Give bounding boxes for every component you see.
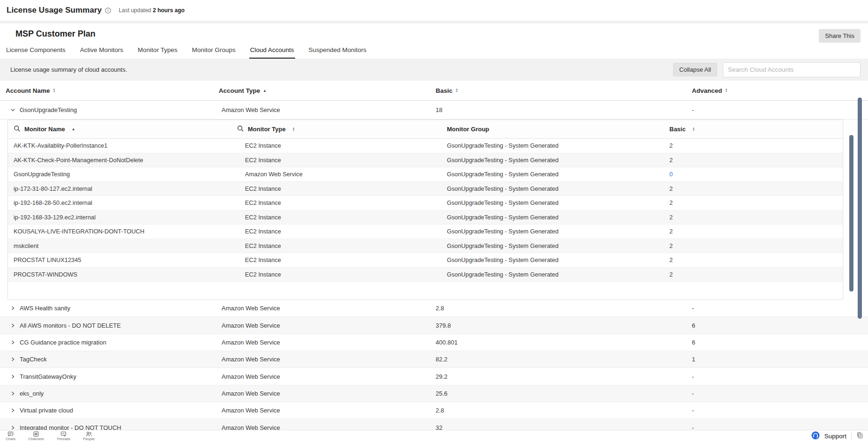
column-header-account-type[interactable]: Account Type ▲	[219, 87, 436, 94]
monitor-row[interactable]: ip-192-168-33-129.ec2.internalEC2 Instan…	[8, 210, 843, 225]
account-row[interactable]: CG Guidance practice migrationAmazon Web…	[0, 334, 868, 351]
tab-monitor-groups[interactable]: Monitor Groups	[191, 44, 237, 59]
monitor-group-cell: GsonUpgradeTesting - System Generated	[447, 142, 669, 149]
account-name: GsonUpgradeTesting	[20, 106, 77, 113]
column-label: Account Type	[219, 87, 260, 94]
column-header-basic[interactable]: Basic ▲▼	[436, 87, 692, 94]
account-advanced-cell: -	[692, 390, 868, 397]
column-header-monitor-group[interactable]: Monitor Group	[447, 126, 669, 133]
monitor-row[interactable]: PROCSTAT-WINDOWSEC2 InstanceGsonUpgradeT…	[8, 268, 843, 282]
monitor-type-cell: EC2 Instance	[237, 214, 447, 221]
column-label: Advanced	[692, 87, 722, 94]
account-name-cell: TagCheck	[0, 356, 219, 363]
panel-scrollbar-thumb[interactable]	[849, 135, 853, 292]
column-label: Monitor Group	[447, 126, 489, 133]
page-scrollbar-thumb[interactable]	[858, 97, 862, 319]
toolbar: License usage summary of cloud accounts.…	[0, 59, 868, 81]
monitor-type-cell: EC2 Instance	[237, 142, 447, 149]
account-name: TagCheck	[20, 356, 47, 363]
monitor-name-cell: AK-KTK-Check-Point-Management-DoNotDelet…	[8, 157, 237, 164]
sort-icon: ▲▼	[692, 127, 695, 132]
threads-button[interactable]: Threads	[57, 431, 70, 441]
search-input[interactable]	[723, 62, 861, 77]
sort-icon: ▲▼	[725, 88, 728, 93]
account-type-cell: Amazon Web Service	[219, 373, 436, 380]
search-icon[interactable]	[14, 125, 21, 134]
account-row[interactable]: AWS Health sanityAmazon Web Service2.8-	[0, 300, 868, 317]
chats-button[interactable]: Chats	[6, 431, 15, 441]
account-row[interactable]: Virtual private cloudAmazon Web Service2…	[0, 402, 868, 419]
monitor-row[interactable]: KOUSALYA-LIVE-INTEGRATION-DONT-TOUCHEC2 …	[8, 225, 843, 239]
monitor-row[interactable]: mskclientEC2 InstanceGsonUpgradeTesting …	[8, 239, 843, 254]
sort-icon: ▲▼	[292, 127, 295, 132]
account-name: eks_only	[20, 390, 44, 397]
monitor-row[interactable]: AK-KTK-Check-Point-Management-DoNotDelet…	[8, 153, 843, 168]
page-header: License Usage Summary Last updated 2 hou…	[0, 0, 868, 21]
account-type-cell: Amazon Web Service	[219, 305, 436, 312]
column-label: Basic	[436, 87, 453, 94]
support-label[interactable]: Support	[824, 433, 846, 440]
chevron-right-icon[interactable]	[10, 357, 15, 362]
bottom-bar-right: Support	[811, 431, 863, 442]
account-basic-cell: 2.8	[436, 407, 692, 414]
column-header-advanced[interactable]: Advanced ▲▼	[692, 87, 868, 94]
tab-monitor-types[interactable]: Monitor Types	[137, 44, 178, 59]
monitor-row[interactable]: GsonUpgradeTestingAmazon Web ServiceGson…	[8, 167, 843, 182]
monitor-row[interactable]: ip-172-31-80-127.ec2.internalEC2 Instanc…	[8, 182, 843, 196]
monitor-row[interactable]: AK-KTK-Availablity-PollerInstance1EC2 In…	[8, 139, 843, 153]
sort-icon: ▲	[72, 127, 75, 131]
column-header-monitor-name[interactable]: Monitor Name ▲	[8, 125, 237, 134]
app-root: License Usage Summary Last updated 2 hou…	[0, 0, 868, 442]
tab-cloud-accounts[interactable]: Cloud Accounts	[249, 44, 295, 59]
thread-icon	[60, 431, 67, 437]
chevron-right-icon[interactable]	[10, 323, 15, 328]
monitor-basic-cell: 2	[669, 199, 843, 206]
chevron-right-icon[interactable]	[10, 425, 15, 430]
monitors-table-header: Monitor Name ▲ Monitor Type ▲▼ Monitor G…	[8, 120, 843, 139]
account-basic-cell: 379.8	[436, 322, 692, 329]
chevron-right-icon[interactable]	[10, 408, 15, 413]
share-this-button[interactable]: Share This	[819, 29, 861, 43]
column-header-nested-basic[interactable]: Basic ▲▼	[669, 126, 843, 133]
chevron-right-icon[interactable]	[10, 374, 15, 379]
monitor-row[interactable]: ip-192-168-28-50.ec2.internalEC2 Instanc…	[8, 196, 843, 210]
copy-icon[interactable]	[856, 432, 863, 441]
account-type-cell: Amazon Web Service	[219, 356, 436, 363]
tab-suspended-monitors[interactable]: Suspended Monitors	[308, 44, 368, 59]
monitor-group-cell: GsonUpgradeTesting - System Generated	[447, 242, 669, 249]
last-updated: Last updated 2 hours ago	[119, 7, 185, 14]
chevron-right-icon[interactable]	[10, 306, 15, 311]
chevron-right-icon[interactable]	[10, 391, 15, 396]
monitor-basic-cell: 2	[669, 142, 843, 149]
support-icon[interactable]	[811, 431, 820, 442]
account-advanced-cell: -	[692, 407, 868, 414]
account-name-cell: AWS Health sanity	[0, 305, 219, 312]
chevron-right-icon[interactable]	[10, 340, 15, 345]
account-row-expanded[interactable]: GsonUpgradeTesting Amazon Web Service 18…	[0, 101, 868, 120]
info-icon[interactable]	[105, 7, 111, 14]
search-icon[interactable]	[237, 125, 244, 134]
monitor-row[interactable]: PROCSTAT LINUX12345EC2 InstanceGsonUpgra…	[8, 253, 843, 268]
column-header-monitor-type[interactable]: Monitor Type ▲▼	[237, 125, 447, 134]
tab-license-components[interactable]: License Components	[5, 44, 67, 59]
account-row[interactable]: TransitGatewayOnkyAmazon Web Service29.2…	[0, 368, 868, 385]
monitor-basic-cell: 2	[669, 214, 843, 221]
chevron-down-icon[interactable]	[10, 107, 15, 112]
collapse-all-button[interactable]: Collapse All	[673, 63, 717, 76]
monitor-type-cell: Amazon Web Service	[237, 171, 447, 178]
account-row[interactable]: All AWS monitors - DO NOT DELETEAmazon W…	[0, 317, 868, 334]
monitor-basic-cell[interactable]: 0	[669, 171, 843, 178]
channels-button[interactable]: Channels	[28, 431, 44, 441]
tab-active-monitors[interactable]: Active Monitors	[79, 44, 124, 59]
account-basic-cell: 400.801	[436, 339, 692, 346]
column-label: Monitor Name	[24, 126, 65, 133]
account-row[interactable]: TagCheckAmazon Web Service82.21	[0, 351, 868, 368]
monitor-name-cell: GsonUpgradeTesting	[8, 171, 237, 178]
column-label: Account Name	[6, 87, 50, 94]
account-row[interactable]: eks_onlyAmazon Web Service25.6-	[0, 385, 868, 402]
column-header-account-name[interactable]: Account Name ▲▼	[0, 87, 219, 94]
account-basic-cell: 25.6	[436, 390, 692, 397]
monitor-type-cell: EC2 Instance	[237, 185, 447, 192]
monitor-type-cell: EC2 Instance	[237, 271, 447, 278]
people-button[interactable]: People	[83, 431, 95, 441]
